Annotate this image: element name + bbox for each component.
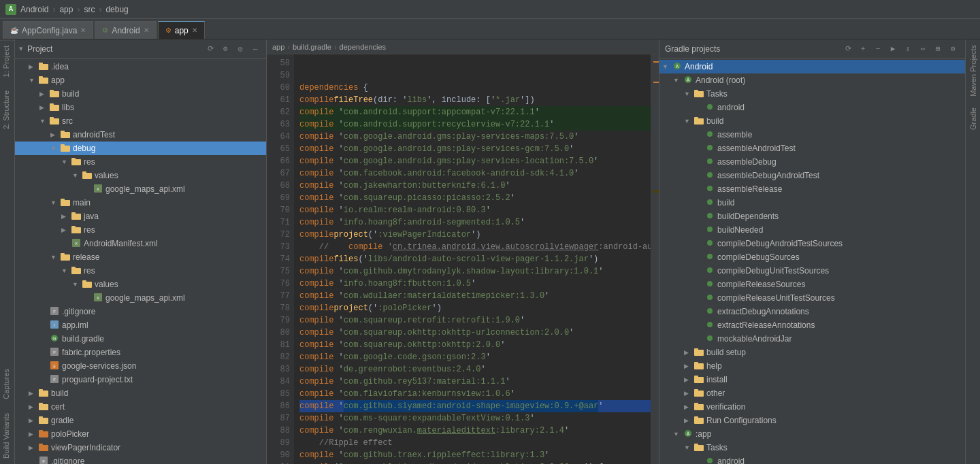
- tree-item-google_maps_api_debug[interactable]: Xgoogle_maps_api.xml: [15, 182, 266, 196]
- tab-app-close[interactable]: ✕: [192, 27, 197, 34]
- tree-item-gitignore_root[interactable]: F.gitignore: [15, 454, 266, 464]
- code-line-89[interactable]: //Ripple effect: [299, 437, 651, 449]
- code-line-80[interactable]: compile 'com.squareup.okhttp:okhttp-urlc…: [299, 327, 651, 339]
- tree-item-app[interactable]: app: [15, 73, 266, 87]
- code-line-65[interactable]: compile 'com.google.android.gms:play-ser…: [299, 143, 651, 155]
- code-area[interactable]: 5859606162636465666768697071727374757677…: [267, 54, 659, 464]
- tree-item-poloPicker[interactable]: poloPicker: [15, 427, 266, 441]
- code-line-63[interactable]: compile 'com.android.support:recyclervie…: [299, 118, 651, 131]
- tree-item-res_main[interactable]: res: [15, 223, 266, 237]
- tree-item-cert[interactable]: cert: [15, 400, 266, 414]
- tree-item-viewPagerIndicator[interactable]: viewPagerIndicator: [15, 441, 266, 454]
- panel-sync-btn[interactable]: ⟳: [203, 42, 217, 56]
- tree-item-release[interactable]: release: [15, 250, 266, 264]
- tree-item-fabric_properties[interactable]: Ffabric.properties: [15, 346, 266, 359]
- tree-item-gradle[interactable]: gradle: [15, 414, 266, 427]
- code-line-76[interactable]: compile 'info.hoang8f:fbutton:1.0.5': [299, 278, 651, 290]
- code-line-72[interactable]: compile project(':viewPagerIndicator'): [299, 229, 651, 241]
- gradle-item-other[interactable]: other: [659, 386, 965, 400]
- gradle-tab[interactable]: Gradle: [969, 102, 977, 135]
- structure-panel-tab[interactable]: 2: Structure: [0, 85, 14, 135]
- gradle-item-assembleAndroidTest[interactable]: assembleAndroidTest: [659, 142, 965, 155]
- code-line-70[interactable]: compile 'io.realm:realm-android:0.80.3': [299, 204, 651, 216]
- code-line-78[interactable]: compile project(':poloPicker'): [299, 302, 651, 314]
- code-line-83[interactable]: compile 'de.greenrobot:eventbus:2.4.0': [299, 363, 651, 376]
- code-line-66[interactable]: compile 'com.google.android.gms:play-ser…: [299, 155, 651, 167]
- gradle-item-compileDebugAndroidTestSources[interactable]: compileDebugAndroidTestSources: [659, 237, 965, 250]
- tree-item-proguard[interactable]: Fproguard-project.txt: [15, 373, 266, 386]
- gradle-item-compileReleaseUnitTestSources[interactable]: compileReleaseUnitTestSources: [659, 291, 965, 305]
- gradle-add-btn[interactable]: +: [856, 42, 870, 56]
- code-line-79[interactable]: compile 'com.squareup.retrofit:retrofit:…: [299, 314, 651, 327]
- code-line-82[interactable]: compile 'com.google.code.gson:gson:2.3': [299, 351, 651, 363]
- gradle-item-assembleRelease[interactable]: assembleRelease: [659, 182, 965, 196]
- gradle-item-compileDebugUnitTestSources[interactable]: compileDebugUnitTestSources: [659, 264, 965, 278]
- code-line-60[interactable]: dependencies {: [299, 82, 651, 94]
- breadcrumb-file[interactable]: build.gradle: [293, 43, 331, 51]
- tab-android-close[interactable]: ✕: [144, 27, 149, 34]
- gradle-item-assembleDebugAndroidTest[interactable]: assembleDebugAndroidTest: [659, 169, 965, 182]
- panel-settings-btn[interactable]: ⚙: [218, 42, 232, 56]
- code-line-74[interactable]: compile files('libs/android-auto-scroll-…: [299, 253, 651, 265]
- gradle-item-mockableAndroidJar[interactable]: mockableAndroidJar: [659, 332, 965, 346]
- code-line-67[interactable]: compile 'com.facebook.android:facebook-a…: [299, 167, 651, 180]
- tab-android[interactable]: ⚙ Android ✕: [95, 21, 156, 39]
- gradle-item-android_root_node[interactable]: AAndroid (root): [659, 73, 965, 87]
- tree-item-res_release[interactable]: res: [15, 264, 266, 278]
- breadcrumb-dependencies[interactable]: dependencies: [340, 43, 387, 51]
- code-line-85[interactable]: compile 'com.flaviofaria:kenburnsview:1.…: [299, 388, 651, 400]
- code-line-62[interactable]: compile 'com.android.support:appcompat-v…: [299, 106, 651, 118]
- code-line-84[interactable]: compile 'com.github.rey5137:material:1.1…: [299, 376, 651, 388]
- tree-item-main[interactable]: main: [15, 196, 266, 210]
- code-line-90[interactable]: compile 'com.github.traex.rippleeffect:l…: [299, 449, 651, 461]
- gradle-run-btn[interactable]: ▶: [886, 42, 900, 56]
- code-line-64[interactable]: compile 'com.google.android.gms:play-ser…: [299, 131, 651, 143]
- gradle-sync-btn[interactable]: ⟳: [841, 42, 855, 56]
- code-line-58[interactable]: [299, 57, 651, 69]
- gradle-remove-btn[interactable]: −: [871, 42, 885, 56]
- code-line-91[interactable]: compile('com.crashlytics.sdk.android:cra…: [299, 461, 651, 464]
- gradle-item-run_configs[interactable]: Run Configurations: [659, 414, 965, 427]
- gradle-item-extractDebugAnnotations[interactable]: extractDebugAnnotations: [659, 305, 965, 318]
- tree-item-build[interactable]: build: [15, 87, 266, 101]
- code-line-81[interactable]: compile 'com.squareup.okhttp:okhttp:2.0.…: [299, 339, 651, 351]
- gradle-item-tasks_android[interactable]: Tasks: [659, 87, 965, 101]
- code-line-77[interactable]: compile 'com.wdullaer:materialdatetimepi…: [299, 290, 651, 302]
- project-panel-tab[interactable]: 1: Project: [0, 39, 14, 82]
- gradle-item-buildNeeded[interactable]: buildNeeded: [659, 223, 965, 237]
- gradle-item-extractReleaseAnnotations[interactable]: extractReleaseAnnotations: [659, 318, 965, 332]
- gradle-item-assemble[interactable]: assemble: [659, 128, 965, 142]
- gradle-item-build_setup[interactable]: build setup: [659, 346, 965, 359]
- code-line-71[interactable]: compile 'info.hoang8f:android-segmented:…: [299, 216, 651, 229]
- tree-item-res[interactable]: res: [15, 155, 266, 169]
- tab-app[interactable]: ⚙ app ✕: [158, 21, 205, 39]
- gradle-item-app_node[interactable]: A:app: [659, 427, 965, 441]
- tree-item-values[interactable]: values: [15, 169, 266, 182]
- code-line-69[interactable]: compile 'com.squareup.picasso:picasso:2.…: [299, 192, 651, 204]
- tree-item-build_gradle[interactable]: Gbuild.gradle: [15, 332, 266, 346]
- gradle-link-btn[interactable]: ⊞: [931, 42, 945, 56]
- gradle-item-android_task[interactable]: android: [659, 101, 965, 114]
- panel-collapse-btn[interactable]: —: [248, 42, 262, 56]
- gradle-item-assembleDebug[interactable]: assembleDebug: [659, 155, 965, 169]
- gradle-item-android_app_task[interactable]: android: [659, 454, 965, 464]
- code-line-59[interactable]: [299, 69, 651, 82]
- tree-item-build_root[interactable]: build: [15, 386, 266, 400]
- tree-item-values_release[interactable]: values: [15, 278, 266, 291]
- gradle-item-compileReleaseSources[interactable]: compileReleaseSources: [659, 278, 965, 291]
- panel-scroll-btn[interactable]: ◎: [233, 42, 247, 56]
- code-line-75[interactable]: compile 'com.github.dmytrodanylyk.shadow…: [299, 265, 651, 278]
- gradle-collapse-btn[interactable]: ⇔: [916, 42, 930, 56]
- tab-appconfig[interactable]: ☕ AppConfig.java ✕: [3, 21, 93, 39]
- tab-appconfig-close[interactable]: ✕: [80, 27, 86, 34]
- tree-item-libs[interactable]: libs: [15, 101, 266, 114]
- tree-item-java[interactable]: java: [15, 210, 266, 223]
- tree-item-androidmanifest[interactable]: XAndroidManifest.xml: [15, 237, 266, 250]
- gradle-item-compileDebugSources[interactable]: compileDebugSources: [659, 250, 965, 264]
- breadcrumb-app[interactable]: app: [272, 43, 284, 51]
- gradle-item-tasks_app[interactable]: Tasks: [659, 441, 965, 454]
- maven-projects-tab[interactable]: Maven Projects: [969, 39, 977, 102]
- gradle-item-buildDependents[interactable]: buildDependents: [659, 210, 965, 223]
- code-line-88[interactable]: compile 'com.rengwuxian.materialedittext…: [299, 425, 651, 437]
- tree-item-gitignore[interactable]: F.gitignore: [15, 305, 266, 318]
